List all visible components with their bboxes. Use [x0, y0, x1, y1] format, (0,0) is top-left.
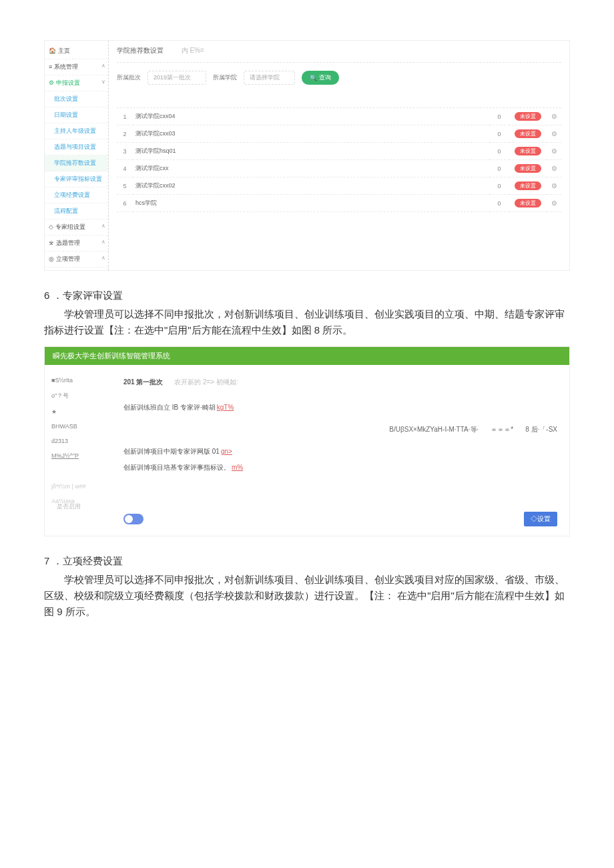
screenshot-college-recommend-settings: 🏠主页≡系统管理∧⚙申报设置∨批次设置日期设置主持人年级设置选题与项目设置学院推… [44, 40, 570, 271]
sidebar-item-3[interactable]: 批次设置 [45, 91, 108, 107]
table-row: 5测试学院cxx020未设置⚙ [117, 177, 561, 195]
menu-icon: ◇ [49, 224, 53, 230]
gear-icon[interactable]: ⚙ [551, 165, 557, 172]
table-row: 3测试学院hsq010未设置⚙ [117, 143, 561, 160]
row-value: 0 [489, 143, 509, 160]
filter-batch-select[interactable]: 2019第一批次 [147, 71, 206, 85]
caret-icon: ∨ [101, 79, 105, 85]
sb2-item-a[interactable]: ■S½rIta [51, 377, 105, 384]
toolbar-b[interactable]: ＝＝＝* [491, 425, 513, 434]
row-college-name: 测试学院cxx04 [133, 108, 489, 125]
filter-bar: 所属批次 2019第一批次 所属学院 请选择学院 🔍 查询 [117, 63, 561, 108]
sidebar-2: ■S½rIta o"？号 ★ BHWASB d2313 M%J½^"P jδ*t… [45, 365, 111, 536]
sidebar-item-2[interactable]: ⚙申报设置∨ [45, 75, 108, 91]
row-index: 6 [117, 195, 133, 212]
sidebar-item-9[interactable]: 立项经费设置 [45, 187, 108, 203]
sidebar-item-13[interactable]: ◎立项管理∧ [45, 252, 108, 268]
row-index: 3 [117, 143, 133, 160]
sidebar-item-label: 立项经费设置 [54, 191, 90, 198]
sb2-item-d[interactable]: BHWASB [51, 423, 105, 430]
gear-icon[interactable]: ⚙ [551, 113, 557, 120]
indicator-link-1-text: 创新训练班自立 IB 专家评·畸胡 [123, 404, 216, 411]
sidebar-item-label: 主页 [58, 47, 70, 54]
content-panel: 学院推荐数设置 内 E%= 所属批次 2019第一批次 所属学院 请选择学院 🔍… [109, 41, 569, 270]
gear-icon[interactable]: ⚙ [551, 147, 557, 155]
menu-icon: ⚙ [49, 79, 54, 86]
sidebar-item-label: 主持人年级设置 [54, 127, 96, 134]
row-college-name: 测试学院hsq01 [133, 143, 489, 160]
sidebar-item-label: 立项管理 [56, 256, 80, 262]
gear-icon[interactable]: ⚙ [551, 199, 557, 207]
sidebar-item-10[interactable]: 流程配置 [45, 203, 108, 220]
row-value: 0 [489, 195, 509, 212]
sb2-item-c[interactable]: ★ [51, 408, 105, 415]
section-6-heading: 6 ．专家评审设置 [44, 290, 570, 302]
breadcrumb: 学院推荐数设置 内 E%= [117, 46, 561, 63]
sidebar-item-label: 选题与项目设置 [54, 143, 96, 150]
sidebar-item-label: 系统管理 [54, 63, 78, 70]
sb2-item-f[interactable]: M%J½^"P [51, 452, 105, 459]
sb2-item-e[interactable]: d2313 [51, 438, 105, 444]
sidebar-item-5[interactable]: 主持人年级设置 [45, 123, 108, 139]
sb2-item-b[interactable]: o"？号 [51, 392, 105, 400]
sidebar-item-label: 选题管理 [56, 240, 80, 246]
sidebar-item-4[interactable]: 日期设置 [45, 107, 108, 123]
batch-sub: 农开新的 2=> 初绳如: [174, 378, 238, 386]
table-row: 4测试学院cxx0未设置⚙ [117, 160, 561, 177]
sidebar-item-7[interactable]: 学院推荐数设置 [45, 155, 108, 171]
filter-college-select[interactable]: 请选择学院 [244, 71, 295, 85]
caret-icon: ∧ [101, 63, 105, 69]
section-7-heading: 7 ．立项经费设置 [44, 555, 570, 568]
sidebar-item-1[interactable]: ≡系统管理∧ [45, 59, 108, 75]
menu-icon: ※ [49, 240, 54, 246]
status-badge-unset: 未设置 [515, 164, 541, 173]
content-panel-2: 201 第一批次 农开新的 2=> 初绳如: 创新训练班自立 IB 专家评·畸胡… [111, 365, 569, 536]
page-alt: 内 E%= [182, 47, 204, 54]
sidebar-item-label: 日期设置 [54, 111, 78, 118]
sb2-item-g1[interactable]: jδ*t½m | w## [51, 483, 105, 490]
screenshot-expert-review-settings: 瞬先极大学生创新训练智能管理系统 ■S½rIta o"？号 ★ BHWASB d… [44, 346, 570, 536]
row-college-name: 测试学院cxx02 [133, 177, 489, 195]
sidebar-item-8[interactable]: 专家评审指标设置 [45, 171, 108, 187]
search-icon: 🔍 [310, 75, 317, 81]
menu-icon: ≡ [49, 63, 52, 70]
row-value: 0 [489, 125, 509, 143]
row-college-name: 测试学院cxx03 [133, 125, 489, 143]
sidebar-item-12[interactable]: ※选题管理∧ [45, 236, 108, 252]
sidebar-item-11[interactable]: ◇专家组设置∧ [45, 220, 108, 236]
sidebar-item-label: 申报设置 [56, 79, 80, 86]
gear-icon[interactable]: ⚙ [551, 182, 557, 189]
menu-icon: ◎ [49, 256, 54, 262]
table-row: 6hcs学院0未设置⚙ [117, 195, 561, 212]
page-title: 学院推荐数设置 [117, 47, 164, 54]
row-college-name: 测试学院cxx [133, 160, 489, 177]
row-index: 2 [117, 125, 133, 143]
caret-icon: ∧ [101, 255, 105, 261]
row-index: 5 [117, 177, 133, 195]
query-button[interactable]: 🔍 查询 [302, 71, 339, 85]
query-button-label: 查询 [319, 73, 331, 82]
status-badge-unset: 未设置 [515, 112, 541, 121]
indicator-link-3-text: 创新训博项目培基专家评事指标设。 [123, 464, 230, 471]
row-value: 0 [489, 160, 509, 177]
toolbar-c[interactable]: 8 后·「-SX [525, 425, 557, 434]
settings-button[interactable]: ◇设置 [524, 512, 557, 526]
enable-toggle[interactable] [123, 514, 143, 524]
gear-icon[interactable]: ⚙ [551, 130, 557, 137]
menu-icon: 🏠 [49, 47, 56, 54]
sidebar-item-0[interactable]: 🏠主页 [45, 43, 108, 59]
batch-label: 201 第一批次 [123, 378, 163, 386]
indicator-link-2[interactable]: gn> [221, 448, 232, 455]
status-badge-unset: 未设置 [515, 147, 541, 155]
indicator-link-3[interactable]: m% [232, 464, 243, 471]
system-title-bar: 瞬先极大学生创新训练智能管理系统 [45, 347, 569, 365]
sidebar-item-label: 批次设置 [54, 95, 78, 102]
college-table: 1测试学院cxx040未设置⚙2测试学院cxx030未设置⚙3测试学院hsq01… [117, 108, 561, 212]
table-row: 1测试学院cxx040未设置⚙ [117, 108, 561, 125]
sidebar: 🏠主页≡系统管理∧⚙申报设置∨批次设置日期设置主持人年级设置选题与项目设置学院推… [45, 41, 109, 270]
sidebar-item-label: 学院推荐数设置 [54, 159, 96, 166]
indicator-link-1[interactable]: kgT% [217, 404, 234, 411]
toolbar-a[interactable]: B/UβSX×MkZYaH-I-M·TTA·等· [389, 425, 479, 434]
table-row: 2测试学院cxx030未设置⚙ [117, 125, 561, 143]
sidebar-item-6[interactable]: 选题与项目设置 [45, 139, 108, 155]
